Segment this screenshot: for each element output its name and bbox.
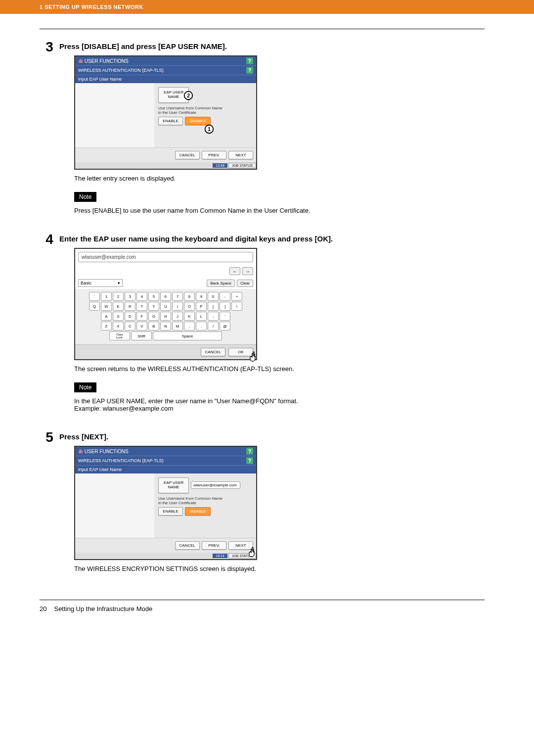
keyboard-key[interactable]: `	[89, 292, 100, 301]
chapter-header: 1 SETTING UP WIRELESS NETWORK	[0, 0, 534, 14]
keyboard-key[interactable]: Q	[89, 302, 100, 311]
keyboard-key[interactable]: @	[220, 322, 230, 331]
capslock-key[interactable]: Caps Lock	[109, 331, 130, 340]
arrow-left-icon[interactable]: ←	[229, 267, 240, 275]
status-time: 19:14	[213, 554, 227, 558]
job-status-button[interactable]: JOB STATUS	[228, 163, 256, 168]
keyboard-key[interactable]: E	[113, 302, 124, 311]
step-description: The screen returns to the WIRELESS AUTHE…	[74, 365, 485, 373]
keyboard-key[interactable]: X	[113, 322, 124, 331]
cancel-button[interactable]: CANCEL	[175, 151, 200, 159]
keyboard-key[interactable]: ;	[208, 312, 219, 321]
keyboard-key[interactable]: F	[136, 312, 147, 321]
keyboard-key[interactable]: W	[101, 302, 112, 311]
keyboard-key[interactable]: A	[101, 312, 112, 321]
keyboard-key[interactable]: [	[208, 302, 219, 311]
keyboard-key[interactable]: U	[160, 302, 171, 311]
keyboard-key[interactable]: S	[113, 312, 124, 321]
mode-select[interactable]: Basic▾	[78, 279, 123, 287]
step-number: 4	[40, 232, 59, 422]
keyboard-key[interactable]: T	[136, 302, 147, 311]
help-icon[interactable]: ?	[246, 457, 253, 464]
svg-text:2: 2	[187, 93, 190, 98]
keyboard-key[interactable]: M	[172, 322, 183, 331]
prev-button[interactable]: PREV.	[202, 151, 226, 159]
keyboard-key[interactable]: '	[220, 312, 230, 321]
keyboard-key[interactable]: 2	[113, 292, 124, 301]
keyboard-key[interactable]: B	[148, 322, 159, 331]
keyboard-key[interactable]: .	[196, 322, 207, 331]
text-input[interactable]: wlanuser@example.com	[78, 252, 253, 262]
keyboard-key[interactable]: 6	[160, 292, 171, 301]
page-footer: 20 Setting Up the Infrastructure Mode	[40, 600, 485, 613]
keyboard-key[interactable]: O	[184, 302, 195, 311]
window-title: 🖶 USER FUNCTIONS	[78, 449, 129, 454]
note-badge: Note	[74, 192, 96, 202]
keyboard-key[interactable]: 3	[125, 292, 135, 301]
prev-button[interactable]: PREV.	[202, 541, 226, 550]
clear-button[interactable]: Clear	[237, 280, 253, 287]
keyboard-key[interactable]: C	[125, 322, 135, 331]
shift-key[interactable]: Shift	[131, 331, 152, 340]
screen-subtitle: WIRELESS AUTHENTICATION (EAP-TLS)	[78, 68, 164, 73]
step-title: Enter the EAP user name using the keyboa…	[59, 235, 485, 243]
arrow-right-icon[interactable]: →	[242, 267, 253, 275]
common-name-note: Use Username from Common Name in the Use…	[158, 106, 252, 115]
breadcrumb: Input EAP User Name	[75, 75, 256, 83]
keyboard-key[interactable]: 1	[101, 292, 112, 301]
screenshot-keyboard: wlanuser@example.com ← → Basic▾ Back Spa…	[74, 248, 257, 360]
keyboard-key[interactable]: V	[136, 322, 147, 331]
enable-button[interactable]: ENABLE	[158, 117, 183, 125]
keyboard-key[interactable]: I	[172, 302, 183, 311]
help-icon[interactable]: ?	[246, 67, 253, 74]
keyboard-key[interactable]: 0	[208, 292, 219, 301]
step-description: The letter entry screen is displayed.	[74, 175, 485, 182]
keyboard-key[interactable]: L	[196, 312, 207, 321]
section-rule	[40, 29, 485, 29]
keyboard-key[interactable]: \	[231, 302, 242, 311]
space-key[interactable]: Space	[153, 331, 222, 340]
breadcrumb: Input EAP User Name	[75, 465, 256, 473]
left-panel	[75, 83, 154, 147]
keyboard-key[interactable]: 5	[148, 292, 159, 301]
next-button[interactable]: NEXT	[228, 151, 253, 159]
screenshot-eap-next: 🖶 USER FUNCTIONS ? WIRELESS AUTHENTICATI…	[74, 446, 257, 560]
eap-user-name-button[interactable]: EAP USER NAME	[158, 477, 189, 493]
keyboard-key[interactable]: N	[160, 322, 171, 331]
keyboard-key[interactable]: H	[160, 312, 171, 321]
keyboard-key[interactable]: J	[172, 312, 183, 321]
cancel-button[interactable]: CANCEL	[201, 348, 225, 356]
status-time: 13:48	[213, 163, 227, 168]
keyboard-key[interactable]: Y	[148, 302, 159, 311]
keyboard-key[interactable]: 7	[172, 292, 183, 301]
keyboard-key[interactable]: Z	[101, 322, 112, 331]
callout-2-icon: 2	[183, 90, 194, 101]
step-number: 3	[40, 39, 59, 224]
keyboard-key[interactable]: 4	[136, 292, 147, 301]
disable-button[interactable]: DISABLE	[185, 507, 211, 516]
keyboard-key[interactable]: +	[231, 292, 242, 301]
keyboard-key[interactable]: /	[208, 322, 219, 331]
backspace-button[interactable]: Back Space	[207, 280, 235, 287]
step-description: The WIRELESS ENCRYPTION SETTINGS screen …	[74, 565, 485, 572]
help-icon[interactable]: ?	[246, 448, 253, 455]
cancel-button[interactable]: CANCEL	[175, 541, 200, 550]
finger-pointer-icon	[247, 351, 259, 363]
keyboard-key[interactable]: K	[184, 312, 195, 321]
keyboard-key[interactable]: R	[125, 302, 135, 311]
keyboard-key[interactable]: 9	[196, 292, 207, 301]
keyboard-key[interactable]: P	[196, 302, 207, 311]
keyboard-key[interactable]: 8	[184, 292, 195, 301]
enable-button[interactable]: ENABLE	[158, 507, 183, 516]
step-3: 3 Press [DISABLE] and press [EAP USER NA…	[40, 39, 485, 224]
keyboard-key[interactable]: ]	[220, 302, 230, 311]
keyboard-key[interactable]: ,	[184, 322, 195, 331]
help-icon[interactable]: ?	[246, 57, 253, 64]
keyboard-key[interactable]: D	[125, 312, 135, 321]
keyboard-key[interactable]: G	[148, 312, 159, 321]
step-4: 4 Enter the EAP user name using the keyb…	[40, 232, 485, 422]
keyboard-key[interactable]: -	[220, 292, 230, 301]
window-title: 🖶 USER FUNCTIONS	[78, 58, 129, 64]
step-title: Press [NEXT].	[59, 432, 485, 441]
note-text: Press [ENABLE] to use the user name from…	[74, 207, 485, 214]
